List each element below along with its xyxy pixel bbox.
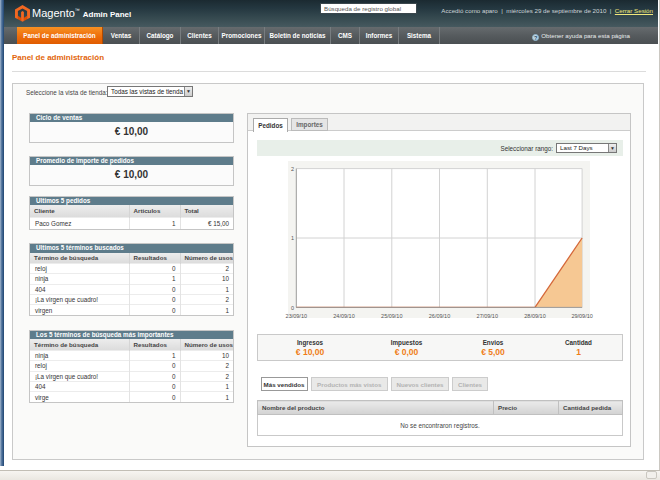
svg-text:24/09/10: 24/09/10 <box>333 313 354 319</box>
svg-text:1: 1 <box>291 235 294 241</box>
svg-text:29/09/10: 29/09/10 <box>571 313 592 319</box>
svg-text:25/09/10: 25/09/10 <box>381 313 402 319</box>
svg-text:28/09/10: 28/09/10 <box>524 313 545 319</box>
svg-text:23/09/10: 23/09/10 <box>286 313 307 319</box>
svg-text:2: 2 <box>291 166 294 172</box>
svg-text:26/09/10: 26/09/10 <box>429 313 450 319</box>
svg-text:27/09/10: 27/09/10 <box>477 313 498 319</box>
svg-text:0: 0 <box>291 305 294 311</box>
